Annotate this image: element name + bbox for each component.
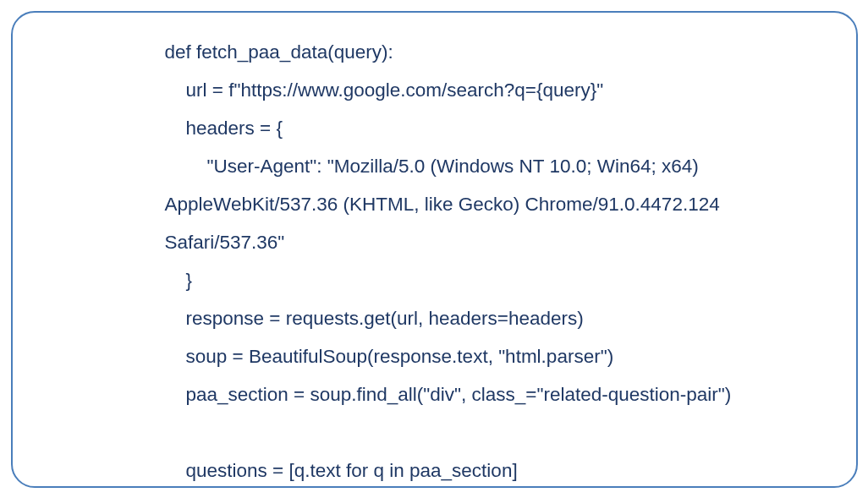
code-line: url = f"https://www.google.com/search?q=… [165, 79, 604, 101]
code-line: def fetch_paa_data(query): [165, 41, 393, 63]
code-line: AppleWebKit/537.36 (KHTML, like Gecko) C… [165, 194, 720, 215]
code-line: "User-Agent": "Mozilla/5.0 (Windows NT 1… [165, 156, 699, 177]
code-line: headers = { [165, 118, 283, 139]
code-line: questions = [q.text for q in paa_section… [165, 460, 518, 481]
code-line: } [165, 270, 193, 291]
code-line: paa_section = soup.find_all("div", class… [165, 384, 732, 405]
code-line: response = requests.get(url, headers=hea… [165, 308, 584, 329]
code-line: Safari/537.36" [165, 232, 285, 253]
code-snippet-box: def fetch_paa_data(query): url = f"https… [11, 11, 858, 488]
code-content: def fetch_paa_data(query): url = f"https… [165, 33, 856, 499]
code-line: soup = BeautifulSoup(response.text, "htm… [165, 346, 614, 367]
